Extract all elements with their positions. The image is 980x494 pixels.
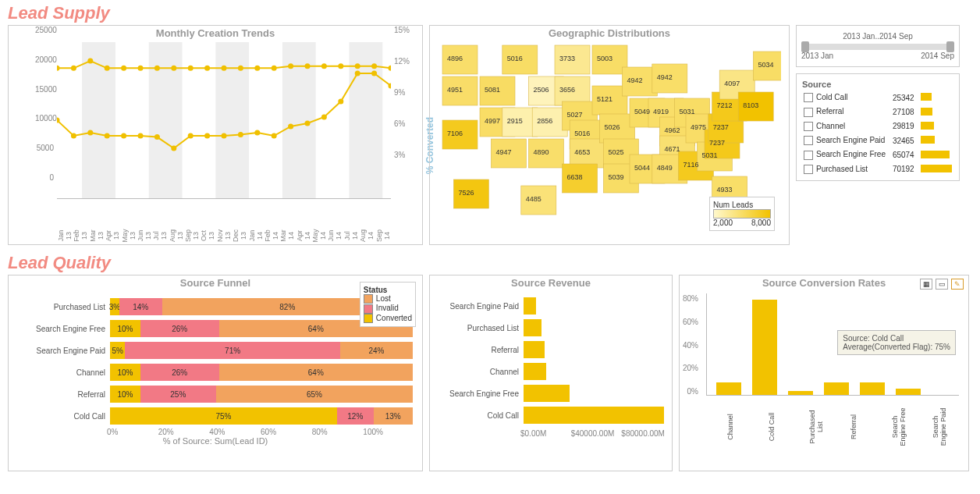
svg-rect-52 [502, 45, 538, 74]
svg-point-41 [305, 63, 311, 69]
svg-point-39 [272, 66, 277, 71]
slider-track[interactable] [801, 44, 954, 50]
revenue-row[interactable]: Channel [433, 361, 669, 382]
svg-point-13 [188, 133, 194, 139]
svg-point-9 [121, 133, 126, 139]
geo-title: Geographic Distributions [430, 27, 789, 39]
conversion-bar[interactable] [716, 382, 741, 395]
svg-point-26 [57, 66, 60, 71]
monthly-title: Monthly Creation Trends [9, 27, 422, 39]
svg-rect-49 [442, 120, 478, 149]
svg-point-35 [204, 66, 210, 71]
svg-point-42 [321, 63, 327, 69]
svg-point-32 [154, 66, 160, 71]
source-table[interactable]: Source Cold Call25342Referral27108Channe… [796, 73, 960, 181]
table-view-icon[interactable]: ▦ [920, 279, 932, 290]
conversion-bar[interactable] [788, 391, 813, 395]
svg-point-27 [71, 66, 76, 71]
section-title-supply: Lead Supply [8, 3, 980, 23]
conversion-bar[interactable] [752, 300, 777, 395]
funnel-row[interactable]: Search Engine Paid 5% 71% 24% [12, 340, 419, 361]
funnel-xaxis: 0%20%40%60%80%100% [107, 428, 414, 436]
svg-point-19 [288, 124, 293, 130]
svg-point-38 [254, 66, 260, 71]
svg-point-18 [272, 133, 277, 139]
svg-rect-2 [215, 42, 249, 198]
svg-rect-76 [652, 64, 687, 93]
revenue-xaxis: $0.00M$40000.00M$80000.00M [520, 429, 672, 438]
svg-point-36 [222, 66, 227, 71]
geo-legend-title: Num Leads [713, 201, 771, 209]
edit-icon[interactable]: ✎ [951, 279, 964, 290]
conversion-yaxis: 80%60%40%20%0% [683, 294, 698, 396]
funnel-row[interactable]: Search Engine Free 10% 26% 64% [12, 318, 419, 339]
source-row[interactable]: Search Engine Paid32465 [801, 134, 954, 147]
monthly-yaxis-right: 15%12%9%6%3% [394, 26, 413, 182]
svg-rect-58 [555, 45, 590, 74]
revenue-row[interactable]: Purchased List [433, 317, 669, 339]
svg-rect-87 [753, 52, 781, 80]
svg-point-6 [71, 133, 76, 139]
funnel-row[interactable]: Referral 10% 25% 65% [12, 384, 419, 404]
svg-point-22 [338, 99, 343, 105]
svg-point-34 [188, 66, 194, 71]
svg-rect-57 [528, 139, 563, 168]
source-revenue-chart[interactable]: Source Revenue Search Engine PaidPurchas… [429, 275, 673, 471]
svg-point-15 [222, 133, 227, 139]
slider-thumb-max[interactable] [946, 41, 954, 52]
svg-point-31 [138, 66, 144, 71]
conversion-xaxis: ChannelCold CallPurchased ListReferralSe… [706, 396, 968, 411]
revenue-title: Source Revenue [430, 277, 672, 289]
svg-rect-51 [480, 76, 515, 105]
svg-point-30 [121, 66, 126, 71]
funnel-row[interactable]: Channel 10% 26% 64% [12, 362, 419, 382]
source-row[interactable]: Purchased List70192 [801, 163, 954, 176]
slider-thumb-min[interactable] [801, 41, 809, 52]
date-range-slider[interactable]: 2013 Jan..2014 Sep 2013 Jan 2014 Sep [796, 25, 960, 67]
svg-rect-47 [442, 45, 478, 74]
svg-point-11 [154, 134, 160, 140]
funnel-row[interactable]: Purchased List 3% 14% 82% [12, 297, 419, 317]
revenue-row[interactable]: Referral [433, 339, 669, 361]
svg-point-20 [305, 121, 311, 126]
section-title-quality: Lead Quality [8, 253, 980, 273]
svg-point-37 [238, 66, 243, 71]
geo-legend: Num Leads 2,000 8,000 [709, 197, 775, 231]
funnel-row[interactable]: Cold Call 75% 12% 13% [12, 406, 419, 426]
chart-toolbar: ▦ ▭ ✎ [920, 279, 964, 290]
svg-rect-0 [82, 42, 115, 198]
svg-rect-86 [738, 92, 773, 121]
revenue-row[interactable]: Search Engine Paid [433, 295, 669, 317]
conversion-bar[interactable] [860, 382, 885, 395]
window-icon[interactable]: ▭ [936, 279, 948, 290]
svg-rect-63 [563, 164, 598, 193]
conversion-tooltip: Source: Cold Call Average(Converted Flag… [837, 330, 956, 355]
svg-point-17 [254, 130, 260, 136]
svg-rect-48 [442, 76, 478, 105]
monthly-trends-chart[interactable]: Monthly Creation Trends Leads Created % … [8, 25, 423, 245]
slider-title: 2013 Jan..2014 Sep [801, 32, 954, 41]
monthly-yaxis-left: 2500020000150001000050000 [35, 26, 54, 182]
source-row[interactable]: Referral27108 [801, 105, 954, 118]
source-row[interactable]: Cold Call25342 [801, 91, 954, 104]
source-row[interactable]: Search Engine Free65074 [801, 148, 954, 161]
source-funnel-chart[interactable]: Source Funnel Purchased List 3% 14% 82% … [8, 275, 423, 471]
svg-rect-1 [149, 42, 183, 198]
svg-rect-62 [570, 139, 605, 168]
svg-point-40 [288, 63, 293, 69]
svg-point-8 [105, 133, 110, 139]
geographic-distributions-map[interactable]: Geographic Distributions Num Leads 2,000… [429, 25, 790, 245]
conversion-bar[interactable] [896, 389, 921, 395]
svg-point-12 [171, 146, 176, 151]
revenue-row[interactable]: Search Engine Free [433, 382, 669, 404]
svg-point-28 [87, 59, 93, 64]
slider-min-label: 2013 Jan [801, 52, 833, 60]
source-row[interactable]: Channel29819 [801, 120, 954, 133]
source-conversion-chart[interactable]: Source Conversion Rates ▦ ▭ ✎ 80%60%40%2… [679, 275, 969, 471]
conversion-bar[interactable] [824, 382, 849, 395]
revenue-row[interactable]: Cold Call [433, 404, 669, 426]
svg-point-33 [171, 66, 176, 71]
svg-rect-54 [491, 139, 526, 168]
svg-point-24 [371, 71, 377, 76]
svg-rect-89 [521, 186, 556, 215]
